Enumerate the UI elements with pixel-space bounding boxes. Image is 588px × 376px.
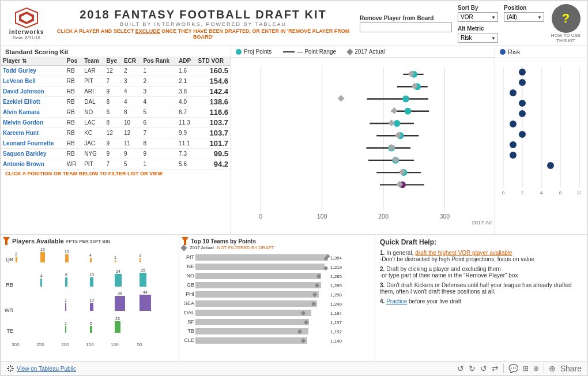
svg-point-57: [510, 121, 517, 127]
bye-cell: 9: [104, 138, 122, 149]
help-link-4[interactable]: Practice: [386, 298, 407, 304]
legend-proj-points: Proj Points: [236, 48, 272, 55]
pos-rank-cell: 7: [141, 128, 176, 138]
sort-by-select[interactable]: VOR ADP ECR: [458, 12, 498, 22]
svg-marker-109: [182, 237, 189, 245]
player-name-cell[interactable]: LeVeon Bell: [1, 76, 65, 87]
table-row[interactable]: Antonio Brown WR PIT 7 5 1 5.6 94.2: [1, 159, 231, 170]
click-instruction-header: CLICK A PLAYER AND SELECT EXCLUDE ONCE T…: [52, 28, 354, 40]
share-icon[interactable]: ⊕: [549, 364, 556, 373]
bye-cell: 7: [104, 159, 122, 170]
svg-rect-26: [388, 119, 395, 126]
pos-cell: RB: [65, 76, 82, 87]
svg-text:QB: QB: [6, 257, 13, 262]
player-name-cell[interactable]: Alvin Kamara: [1, 107, 65, 118]
bye-cell: 8: [104, 118, 122, 128]
ecr-cell: 4: [122, 97, 141, 107]
svg-text:100: 100: [111, 342, 119, 347]
table-row[interactable]: Alvin Kamara RB NO 6 8 5 6.7 116.6: [1, 107, 231, 118]
alt-metric-select[interactable]: Risk: [458, 33, 498, 43]
svg-text:4: 4: [89, 253, 92, 257]
player-name-cell[interactable]: Melvin Gordon: [1, 118, 65, 128]
help-icon[interactable]: ?: [552, 4, 581, 33]
svg-text:1,157: 1,157: [330, 320, 342, 325]
players-available-chart: QB RB WR TE 300 250 200 150 100 50 2 15 …: [3, 245, 173, 349]
pos-rank-cell: 1: [141, 66, 176, 76]
table-row[interactable]: LeVeon Bell RB PIT 7 3 2 2.1 154.6: [1, 76, 231, 87]
bye-cell: 8: [104, 97, 122, 107]
redo-icon[interactable]: ↻: [469, 364, 476, 373]
undo-icon[interactable]: ↺: [457, 364, 464, 373]
download-icon[interactable]: ⊕: [533, 364, 539, 373]
teams-actual-label: 2017 Actual: [190, 245, 214, 250]
forward-icon[interactable]: ⇄: [492, 364, 499, 373]
player-table: Player ⇅ Pos Team Bye ECR Pos Rank ADP S…: [1, 57, 231, 170]
svg-text:SF: SF: [187, 319, 194, 325]
sort-by-group: Sort By VOR ADP ECR Alt Metric Risk: [458, 5, 498, 43]
svg-rect-91: [115, 274, 122, 287]
ecr-cell: 8: [122, 107, 141, 118]
actual-2017-diamond: [347, 48, 353, 55]
risk-header: Risk: [495, 46, 587, 58]
svg-text:PHI: PHI: [186, 291, 194, 297]
table-row[interactable]: Kareem Hunt RB KC 12 12 7 9.9 103.7: [1, 128, 231, 138]
remove-player-input[interactable]: [360, 22, 452, 32]
svg-rect-20: [338, 95, 345, 102]
adp-cell: 9.9: [176, 128, 196, 138]
table-row[interactable]: Todd Gurley RB LAR 12 2 1 1.6 160.5: [1, 66, 231, 76]
players-available-title: Players Available FPTS PER 50PT BIN: [3, 237, 176, 245]
table-row[interactable]: Ezekiel Elliott RB DAL 8 4 4 4.0 138.6: [1, 97, 231, 107]
sub-title: BUILT BY INTERWORKS, POWERED BY TABLEAU: [52, 21, 354, 27]
position-select-wrapper[interactable]: (All) QB RB WR TE: [504, 12, 544, 22]
svg-point-60: [510, 152, 517, 159]
table-row[interactable]: Melvin Gordon RB LAC 8 10 6 11.3 103.7: [1, 118, 231, 128]
player-name-cell[interactable]: Kareem Hunt: [1, 128, 65, 138]
table-row[interactable]: Saquon Barkley RB NYG 9 9 9 7.3 99.5: [1, 149, 231, 159]
svg-text:250: 250: [36, 342, 44, 347]
ecr-cell: 12: [122, 128, 141, 138]
risk-dot: [500, 49, 506, 55]
table-row[interactable]: David Johnson RB ARI 9 4 3 3.8 142.4: [1, 87, 231, 97]
proj-points-dot: [236, 49, 242, 55]
player-name-cell[interactable]: Antonio Brown: [1, 159, 65, 170]
comment-icon[interactable]: 💬: [508, 364, 518, 373]
svg-rect-99: [115, 296, 125, 311]
svg-rect-119: [195, 273, 321, 279]
alt-metric-select-wrapper[interactable]: Risk: [458, 33, 498, 43]
table-row[interactable]: Leonard Fournette RB JAC 9 11 8 11.1 101…: [1, 138, 231, 149]
bye-cell: 9: [104, 149, 122, 159]
quick-help-item-2: 2. Draft by clicking a player and exclud…: [380, 266, 583, 279]
player-name-cell[interactable]: David Johnson: [1, 87, 65, 97]
player-name-cell[interactable]: Leonard Fournette: [1, 138, 65, 149]
bottom-middle-panel: Top 10 Teams by Points 2017 Actual NOT F…: [179, 235, 375, 361]
footer-divider-2: [544, 364, 544, 373]
help-text-2: Draft by clicking a player and excluding…: [380, 266, 518, 279]
pos-rank-cell: 4: [141, 97, 176, 107]
svg-text:TE: TE: [6, 328, 13, 334]
player-name-cell[interactable]: Saquon Barkley: [1, 149, 65, 159]
svg-point-61: [547, 162, 554, 169]
grid-icon[interactable]: ⊞: [523, 364, 529, 373]
sort-by-select-wrapper[interactable]: VOR ADP ECR: [458, 12, 498, 22]
player-name-cell[interactable]: Todd Gurley: [1, 66, 65, 76]
col-bye: Bye: [104, 57, 122, 66]
help-link-1[interactable]: draft the highest VOR player available: [415, 250, 512, 256]
svg-text:10: 10: [89, 298, 94, 302]
position-select[interactable]: (All) QB RB WR TE: [504, 12, 544, 22]
risk-label: Risk: [508, 48, 520, 55]
share-label[interactable]: Share: [560, 364, 582, 373]
sort-icon[interactable]: ⇅: [22, 58, 27, 64]
view-tableau-link[interactable]: View on Tableau Public: [17, 366, 76, 372]
vor-cell: 103.7: [196, 118, 231, 128]
svg-text:1,184: 1,184: [330, 311, 342, 316]
back-icon[interactable]: ↺: [480, 364, 487, 373]
player-name-cell[interactable]: Ezekiel Elliott: [1, 97, 65, 107]
svg-text:0: 0: [259, 213, 262, 220]
vor-cell: 101.7: [196, 138, 231, 149]
svg-rect-143: [195, 328, 308, 334]
svg-text:2017 Actual: 2017 Actual: [472, 219, 492, 225]
help-area[interactable]: ? HOW TO USE THIS KIT: [550, 4, 582, 43]
teams-filter-icon: [182, 237, 189, 245]
adp-cell: 4.0: [176, 97, 196, 107]
svg-text:23: 23: [115, 317, 120, 321]
